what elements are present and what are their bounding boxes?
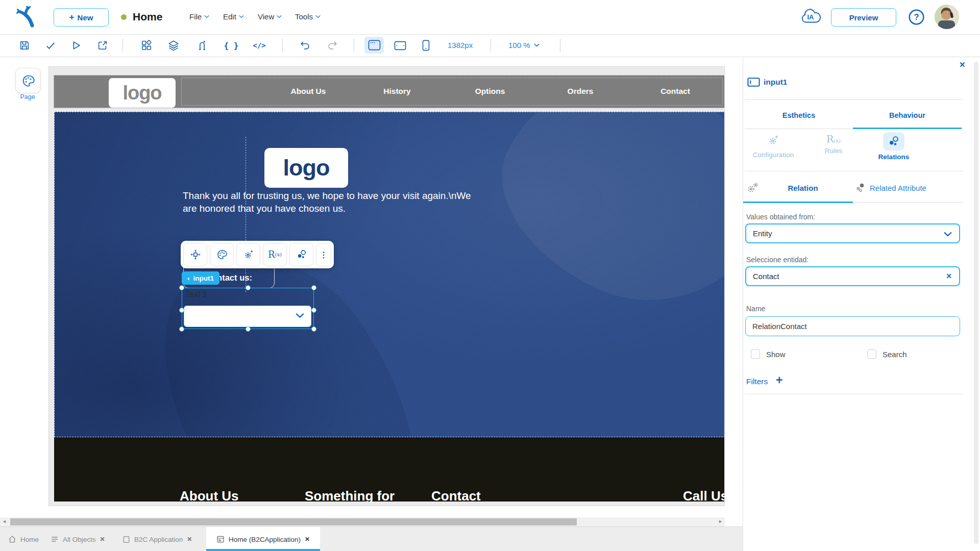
scroll-right-arrow[interactable]: ► [718, 519, 723, 524]
save-icon[interactable] [16, 37, 33, 54]
page-styles-button[interactable] [15, 68, 41, 93]
reltab-relation[interactable]: Relation [775, 184, 831, 192]
input-widget-dropdown[interactable] [184, 306, 311, 327]
footer-contact[interactable]: Contact [431, 488, 481, 502]
resize-handle[interactable] [246, 327, 251, 332]
name-input[interactable] [745, 316, 960, 336]
clear-entity-icon[interactable]: ✕ [946, 272, 952, 280]
help-icon[interactable]: ? [908, 9, 925, 28]
tab-all-objects[interactable]: All Objects ✕ [51, 527, 105, 551]
close-icon[interactable]: ✕ [187, 536, 192, 543]
close-icon[interactable]: ✕ [305, 536, 310, 543]
show-checkbox-label: Show [766, 350, 786, 359]
resize-handle[interactable] [311, 308, 316, 313]
site-nav-history[interactable]: History [383, 87, 410, 96]
menu-edit[interactable]: Edit [223, 12, 244, 21]
export-icon[interactable] [94, 37, 111, 54]
zoom-level-value: 100 % [508, 41, 530, 49]
canvas-horizontal-scrollbar[interactable]: ◄ ► [0, 517, 725, 527]
relations-icon[interactable] [289, 243, 313, 266]
add-filter-icon[interactable]: + [776, 373, 782, 387]
layers-icon[interactable] [165, 37, 182, 54]
tab-behaviour[interactable]: Behaviour [853, 111, 962, 119]
avatar[interactable] [935, 5, 959, 29]
device-tablet-icon[interactable] [392, 37, 408, 54]
related-attribute-icon [854, 182, 866, 196]
footer-call-us[interactable]: Call Us [683, 488, 725, 502]
footer-something[interactable]: Something for [305, 488, 395, 502]
reltab-related-attribute[interactable]: Related Attribute [870, 184, 926, 192]
resize-handle[interactable] [311, 327, 316, 332]
menu-view[interactable]: View [258, 12, 282, 21]
site-nav-orders[interactable]: Orders [568, 87, 594, 96]
close-icon[interactable]: ✕ [100, 536, 105, 543]
scrollbar-thumb[interactable] [10, 518, 577, 525]
site-nav-contact[interactable]: Contact [660, 87, 690, 96]
panel-title: input1 [764, 78, 788, 87]
menu-file[interactable]: File [189, 12, 209, 21]
resize-handle[interactable] [179, 308, 184, 313]
new-button-label: New [78, 13, 93, 22]
subtab-configuration-label: Configuration [743, 151, 803, 159]
resize-handle[interactable] [179, 327, 184, 332]
device-phone-icon[interactable] [418, 37, 434, 54]
preview-button[interactable]: Preview [831, 8, 896, 27]
filters-label[interactable]: Filters [746, 377, 768, 386]
braces-icon[interactable]: { } [223, 37, 239, 54]
more-options-icon[interactable]: ⋮ [316, 243, 331, 266]
configuration-gear-icon[interactable] [236, 243, 260, 266]
tab-home-b2capplication-active[interactable]: Home (B2CApplication) ✕ [206, 527, 320, 551]
scroll-left-arrow[interactable]: ◄ [2, 519, 7, 524]
device-desktop-icon[interactable] [364, 37, 384, 54]
toolbar-divider [560, 39, 560, 52]
selected-widget-tag[interactable]: ‹ input1 [182, 271, 219, 285]
chevron-down-icon [534, 43, 540, 47]
hero-logo[interactable]: logo [264, 148, 348, 188]
search-checkbox[interactable] [867, 349, 876, 359]
redo-icon[interactable] [324, 37, 340, 54]
subtab-relations-active[interactable]: Relations [864, 132, 924, 161]
new-button[interactable]: + New [54, 8, 109, 27]
site-logo[interactable]: logo [109, 78, 176, 108]
tab-b2c-application[interactable]: B2C Application ✕ [122, 527, 192, 551]
site-footer[interactable]: About Us Something for Contact Call Us [54, 437, 725, 502]
panel-close-icon[interactable]: ✕ [959, 60, 966, 69]
design-canvas[interactable]: logo About Us History Options Orders Con… [48, 66, 725, 506]
validate-check-icon[interactable] [42, 37, 59, 54]
selected-widget-tag-label: input1 [193, 274, 214, 282]
site-nav-about[interactable]: About Us [291, 87, 326, 96]
esthetics-palette-icon[interactable] [210, 243, 234, 266]
zoom-level-dropdown[interactable]: 100 % [508, 41, 540, 49]
subtab-configuration[interactable]: Configuration [743, 134, 803, 159]
app-logo-icon[interactable] [15, 5, 40, 31]
site-hero-section[interactable]: logo Thank you all for trusting us, we h… [54, 112, 725, 437]
code-icon[interactable]: </> [251, 37, 267, 54]
rules-icon[interactable]: R(x) [263, 243, 287, 266]
ia-assistant-icon[interactable]: IA [799, 6, 823, 28]
hero-paragraph[interactable]: Thank you all for trusting us, we hope t… [183, 189, 494, 215]
resize-handle[interactable] [311, 285, 316, 290]
resize-handle[interactable] [179, 285, 184, 290]
status-dot [121, 14, 127, 20]
show-checkbox[interactable] [751, 349, 760, 359]
components-icon[interactable] [138, 37, 155, 54]
run-play-icon[interactable] [68, 37, 84, 54]
resize-handle[interactable] [246, 285, 251, 290]
widget-selection-box[interactable]: Text 1 [182, 288, 314, 329]
select-entity-label: Seleccione entidad: [746, 256, 808, 264]
footer-about[interactable]: About Us [180, 488, 239, 502]
flow-connector-icon[interactable] [194, 37, 210, 54]
values-obtained-select[interactable]: Entity [745, 223, 960, 243]
site-nav-options[interactable]: Options [475, 87, 505, 96]
site-header[interactable]: logo About Us History Options Orders Con… [54, 76, 725, 108]
panel-scrollbar[interactable] [974, 62, 978, 544]
tab-home[interactable]: Home [8, 527, 39, 551]
input-widget-label: Text 1 [185, 290, 207, 299]
undo-icon[interactable] [297, 37, 313, 54]
tab-all-objects-label: All Objects [63, 536, 96, 543]
entity-select[interactable]: Contact ✕ [745, 266, 960, 286]
menu-tools[interactable]: Tools [295, 12, 321, 21]
tab-esthetics[interactable]: Esthetics [745, 111, 853, 119]
move-icon[interactable] [183, 243, 207, 266]
subtab-rules[interactable]: R(x) Rules [803, 134, 864, 155]
